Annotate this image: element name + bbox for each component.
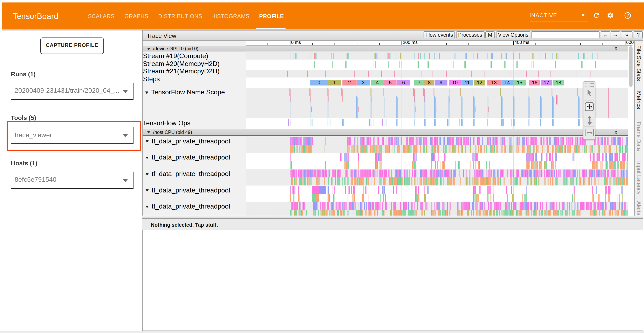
svg-text:17: 17: [544, 80, 549, 85]
svg-text:0 ms: 0 ms: [291, 40, 301, 45]
svg-text:10: 10: [452, 80, 458, 85]
svg-text:15: 15: [517, 80, 522, 85]
svg-text:5: 5: [389, 80, 392, 85]
svg-text:18: 18: [556, 80, 561, 85]
svg-text:6: 6: [402, 80, 405, 85]
svg-text:1: 1: [333, 80, 336, 85]
svg-text:12: 12: [477, 80, 482, 85]
svg-text:3: 3: [362, 80, 364, 85]
svg-text:2: 2: [348, 80, 351, 85]
svg-text:?: ?: [626, 13, 629, 18]
svg-text:16: 16: [532, 80, 538, 85]
svg-text:4: 4: [376, 80, 379, 85]
svg-text:600: 600: [626, 40, 634, 45]
svg-text:9: 9: [440, 80, 442, 85]
svg-text:200 ms: 200 ms: [403, 40, 418, 45]
svg-text:11: 11: [465, 80, 470, 85]
svg-text:14: 14: [504, 80, 510, 85]
svg-text:8: 8: [428, 80, 430, 85]
svg-text:13: 13: [491, 80, 497, 85]
svg-text:7: 7: [418, 80, 420, 85]
svg-text:400 ms: 400 ms: [514, 40, 529, 45]
svg-text:0: 0: [318, 80, 320, 85]
